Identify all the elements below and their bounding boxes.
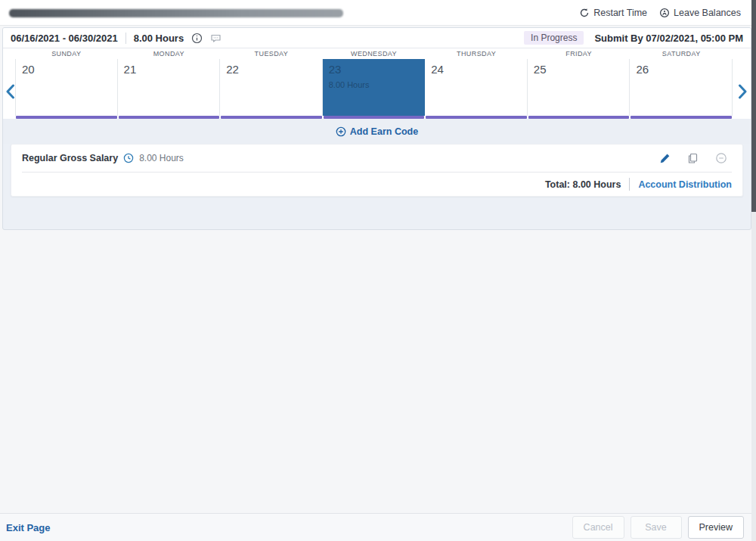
day-cell-23-selected[interactable]: 23 8.00 Hours [323,59,426,116]
info-icon[interactable] [191,33,203,44]
day-number: 23 [329,63,425,76]
copy-icon[interactable] [687,153,699,164]
calendar-underline-row [15,116,733,119]
scrollbar-thumb[interactable] [751,0,756,212]
day-cell-25[interactable]: 25 [528,59,631,116]
earn-code-name: Regular Gross Salary [22,153,118,163]
leave-balances-button[interactable]: Leave Balances [659,8,741,18]
day-number: 26 [636,63,732,76]
exit-page-link[interactable]: Exit Page [6,522,51,533]
leave-balances-label: Leave Balances [674,8,741,18]
clock-icon [123,153,134,163]
day-number: 20 [22,63,117,76]
previous-week-arrow[interactable] [4,83,16,100]
submit-by-text: Submit By 07/02/2021, 05:00 PM [594,33,743,44]
day-name: FRIDAY [528,50,631,58]
period-bar: 06/16/2021 - 06/30/2021 8.00 Hours [3,28,751,48]
day-name: THURSDAY [425,50,528,58]
plus-circle-icon [336,126,346,137]
restart-icon [579,8,590,18]
day-name: SUNDAY [15,50,118,58]
day-name: WEDNESDAY [323,50,426,58]
day-hours: 8.00 Hours [329,80,425,89]
day-number: 24 [431,63,527,76]
add-earn-code-button[interactable]: Add Earn Code [336,126,418,137]
earn-code-row: Regular Gross Salary 8.00 Hours [11,145,742,172]
day-cell-26[interactable]: 26 [630,59,733,116]
total-row: Total: 8.00 Hours Account Distribution [11,173,742,196]
total-hours-text: Total: 8.00 Hours [545,179,621,190]
add-earn-code-label: Add Earn Code [350,126,418,137]
day-cell-22[interactable]: 22 [220,59,323,116]
edit-pencil-icon[interactable] [659,153,671,164]
timesheet-panel: 06/16/2021 - 06/30/2021 8.00 Hours [2,27,751,230]
day-name: MONDAY [118,50,221,58]
top-header: Restart Time Leave Balances [0,0,756,26]
calendar-day-names: SUNDAY MONDAY TUESDAY WEDNESDAY THURSDAY… [15,48,733,59]
footer-bar: Exit Page Cancel Save Preview [0,513,756,541]
remove-minus-icon[interactable] [715,152,727,164]
day-cell-24[interactable]: 24 [425,59,528,116]
add-earn-code-band: Add Earn Code [3,119,751,144]
leave-balances-icon [659,8,670,18]
day-name: TUESDAY [220,50,323,58]
comment-icon[interactable] [210,33,222,44]
period-total-hours: 8.00 Hours [134,33,184,44]
cancel-button[interactable]: Cancel [572,516,624,539]
preview-button[interactable]: Preview [688,516,744,539]
vertical-scrollbar[interactable] [751,0,756,541]
status-badge: In Progress [524,31,584,45]
divider [629,178,630,191]
calendar-week-row: 20 21 22 23 8.00 Hours 24 25 [15,59,733,116]
day-name: SATURDAY [630,50,733,58]
calendar: SUNDAY MONDAY TUESDAY WEDNESDAY THURSDAY… [3,48,751,119]
account-distribution-link[interactable]: Account Distribution [638,179,732,190]
header-actions: Restart Time Leave Balances [579,8,741,18]
earn-code-card: Regular Gross Salary 8.00 Hours [11,144,743,197]
redacted-title-bar [9,9,343,17]
divider [125,33,126,44]
next-week-arrow[interactable] [736,83,748,100]
save-button[interactable]: Save [631,516,682,539]
restart-time-label: Restart Time [593,8,647,18]
restart-time-button[interactable]: Restart Time [579,8,647,18]
pay-period-range: 06/16/2021 - 06/30/2021 [11,33,118,44]
day-number: 25 [534,63,630,76]
day-number: 21 [124,63,220,76]
day-number: 22 [226,63,322,76]
earn-code-hours: 8.00 Hours [139,153,184,163]
day-cell-21[interactable]: 21 [118,59,221,116]
day-cell-20[interactable]: 20 [15,59,118,116]
